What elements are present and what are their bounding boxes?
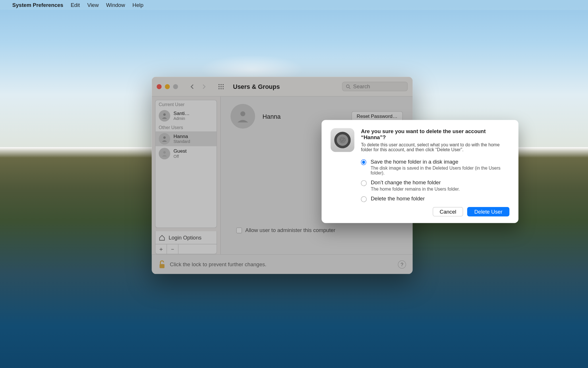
user-avatar[interactable]: [231, 104, 255, 129]
nav-forward-button[interactable]: [198, 82, 209, 91]
option-label: Save the home folder in a disk image: [371, 158, 510, 164]
app-menu[interactable]: System Preferences: [12, 2, 63, 8]
administer-checkbox[interactable]: [236, 227, 242, 233]
svg-point-25: [163, 136, 166, 139]
users-sidebar: Current User Santi…Admin Other Users Han…: [152, 97, 221, 254]
svg-rect-28: [160, 264, 165, 268]
dialog-title: Are you sure you want to delete the user…: [361, 128, 509, 141]
option-sublabel: The home folder remains in the Users fol…: [371, 187, 460, 191]
menu-window[interactable]: Window: [106, 2, 125, 8]
radio-save-disk-image[interactable]: [361, 159, 366, 165]
nav-back-button[interactable]: [187, 82, 198, 91]
remove-user-button[interactable]: －: [167, 244, 178, 254]
sidebar-user-current[interactable]: Santi…Admin: [155, 108, 216, 123]
sidebar-user-role: Standard: [173, 139, 190, 144]
svg-point-13: [218, 84, 220, 85]
avatar-icon: [159, 148, 170, 159]
sidebar-user-guest[interactable]: GuestOff: [155, 146, 216, 161]
window-footer: Click the lock to prevent further change…: [152, 254, 413, 274]
menu-edit[interactable]: Edit: [71, 2, 80, 8]
search-icon: [346, 84, 351, 89]
option-save-disk-image[interactable]: Save the home folder in a disk image The…: [361, 158, 509, 175]
window-toolbar: Users & Groups Search: [152, 77, 413, 97]
help-button[interactable]: ?: [398, 260, 406, 269]
svg-point-24: [163, 113, 166, 116]
svg-point-21: [223, 88, 224, 89]
menu-view[interactable]: View: [87, 2, 99, 8]
gear-icon: [334, 132, 351, 148]
svg-point-17: [220, 86, 222, 87]
search-placeholder: Search: [353, 83, 370, 89]
selected-user-name: Hanna: [262, 113, 344, 120]
login-options-label: Login Options: [169, 235, 202, 241]
svg-point-26: [163, 151, 166, 154]
option-delete-home[interactable]: Delete the home folder: [361, 195, 509, 202]
svg-point-20: [220, 88, 222, 89]
pane-title: Users & Groups: [233, 83, 280, 90]
dialog-description: To delete this user account, select what…: [361, 142, 509, 152]
zoom-window-button[interactable]: [173, 84, 178, 89]
sidebar-user-name: Santi…: [173, 111, 189, 116]
svg-point-22: [346, 85, 349, 87]
house-icon: [159, 234, 165, 241]
sidebar-user-role: Off: [173, 154, 187, 159]
sidebar-header-current: Current User: [155, 100, 216, 109]
radio-dont-change[interactable]: [361, 180, 367, 186]
administer-checkbox-label: Allow user to administer this computer: [245, 227, 335, 233]
lock-help-text: Click the lock to prevent further change…: [170, 261, 266, 267]
option-sublabel: The disk image is saved in the Deleted U…: [371, 166, 510, 175]
sidebar-user-name: Guest: [173, 149, 187, 154]
show-all-button[interactable]: [216, 82, 226, 91]
login-options-button[interactable]: Login Options: [155, 231, 217, 244]
sidebar-user-role: Admin: [173, 116, 189, 121]
traffic-lights: [157, 84, 178, 89]
system-preferences-app-icon: [330, 128, 354, 152]
minimize-window-button[interactable]: [165, 84, 170, 89]
svg-point-27: [240, 111, 245, 116]
option-dont-change[interactable]: Don’t change the home folder The home fo…: [361, 179, 509, 191]
svg-point-18: [223, 86, 224, 87]
search-input[interactable]: Search: [342, 82, 408, 91]
sidebar-user-hanna[interactable]: HannaStandard: [155, 131, 216, 146]
add-user-button[interactable]: ＋: [155, 244, 167, 254]
delete-user-button[interactable]: Delete User: [467, 207, 510, 216]
delete-user-dialog: Are you sure you want to delete the user…: [322, 120, 519, 223]
radio-delete-home[interactable]: [361, 196, 367, 202]
svg-point-16: [218, 86, 220, 87]
svg-point-15: [223, 84, 224, 85]
cancel-button[interactable]: Cancel: [433, 207, 463, 216]
avatar-icon: [159, 133, 170, 145]
sidebar-user-name: Hanna: [173, 134, 190, 139]
option-label: Don’t change the home folder: [371, 179, 460, 185]
option-label: Delete the home folder: [371, 195, 425, 202]
sidebar-header-other: Other Users: [155, 123, 216, 132]
avatar-icon: [159, 110, 170, 122]
close-window-button[interactable]: [157, 84, 162, 89]
menu-help[interactable]: Help: [132, 2, 143, 8]
svg-line-23: [349, 87, 350, 89]
menu-bar: System Preferences Edit View Window Help…: [0, 0, 588, 10]
unlock-icon[interactable]: [158, 260, 166, 269]
svg-point-14: [220, 84, 222, 85]
svg-point-19: [218, 88, 220, 89]
